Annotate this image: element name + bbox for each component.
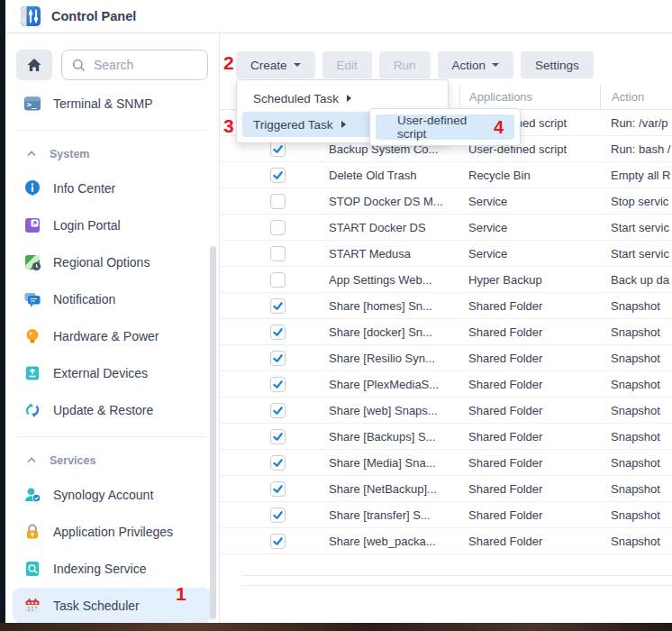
task-name-cell: Delete Old Trash bbox=[286, 169, 459, 182]
row-checkbox-cell bbox=[220, 403, 286, 418]
menu-item-label: User-defined script bbox=[397, 114, 487, 141]
table-row: Share [docker] Sn...Shared FolderSnapsho… bbox=[220, 319, 672, 345]
menu-item-scheduled-task[interactable]: Scheduled Task bbox=[242, 86, 442, 111]
create-button[interactable]: Create bbox=[236, 51, 315, 78]
row-checkbox[interactable] bbox=[270, 220, 286, 235]
button-label: Edit bbox=[337, 59, 358, 72]
task-name-cell: Share [NetBackup]... bbox=[286, 482, 459, 496]
row-checkbox[interactable] bbox=[270, 246, 286, 261]
header-action[interactable]: Action bbox=[600, 85, 672, 109]
task-name-cell: Share [homes] Sn... bbox=[286, 299, 459, 313]
run-button[interactable]: Run bbox=[379, 51, 431, 78]
home-button[interactable] bbox=[16, 50, 52, 80]
annotation-4: 4 bbox=[494, 118, 504, 136]
task-name-cell: App Settings Web... bbox=[286, 273, 459, 287]
sidebar-item-login-portal[interactable]: Login Portal bbox=[13, 207, 212, 243]
home-icon bbox=[25, 56, 43, 74]
sidebar-item-label: Indexing Service bbox=[53, 562, 147, 576]
menu-item-label: Triggered Task bbox=[253, 118, 333, 132]
search-box[interactable] bbox=[61, 50, 208, 80]
sidebar-item-label: Application Privileges bbox=[53, 525, 173, 539]
row-checkbox[interactable] bbox=[270, 351, 286, 366]
row-checkbox[interactable] bbox=[270, 272, 286, 288]
sidebar-item-terminal-snmp[interactable]: >_Terminal & SNMP bbox=[13, 86, 212, 122]
section-header-system[interactable]: System bbox=[5, 139, 219, 169]
row-checkbox[interactable] bbox=[270, 534, 286, 549]
action-cell: Back up da bbox=[600, 273, 672, 287]
sidebar-item-label: Synology Account bbox=[53, 488, 153, 502]
row-checkbox[interactable] bbox=[270, 377, 286, 392]
row-checkbox[interactable] bbox=[270, 194, 286, 209]
edit-button[interactable]: Edit bbox=[322, 51, 372, 78]
section-header-services[interactable]: Services bbox=[5, 445, 219, 476]
table-row: Share [transfer] S...Shared FolderSnapsh… bbox=[220, 502, 672, 528]
row-checkbox-cell bbox=[220, 534, 286, 549]
action-button[interactable]: Action bbox=[438, 51, 514, 78]
task-name-cell: Share [PlexMediaS... bbox=[286, 378, 459, 391]
control-panel-window: Control Panel >_Terminal & SNMPSystemInf… bbox=[5, 0, 672, 625]
row-checkbox[interactable] bbox=[270, 298, 286, 314]
button-label: Run bbox=[394, 59, 416, 72]
menu-item-user-defined-script[interactable]: User-defined script4 bbox=[376, 114, 514, 140]
sidebar-item-notification[interactable]: Notification bbox=[13, 281, 212, 317]
row-checkbox[interactable] bbox=[270, 325, 286, 340]
application-cell: Shared Folder bbox=[459, 535, 600, 548]
action-cell: Snapshot bbox=[600, 482, 672, 496]
sidebar-nav: >_Terminal & SNMPSystemInfo CenterLogin … bbox=[5, 86, 219, 624]
row-checkbox[interactable] bbox=[270, 481, 286, 497]
row-checkbox[interactable] bbox=[270, 403, 286, 418]
table-body: User-defined scriptRun: /var/pBackup Sys… bbox=[220, 110, 672, 554]
task-name-cell: STOP Docker DS M... bbox=[286, 195, 459, 208]
settings-button[interactable]: Settings bbox=[521, 51, 594, 78]
empty-row-divider bbox=[241, 575, 672, 576]
row-checkbox-cell bbox=[220, 455, 286, 471]
button-label: Settings bbox=[535, 59, 579, 72]
application-cell: Service bbox=[459, 195, 600, 208]
header-applications[interactable]: Applications bbox=[459, 85, 600, 109]
sidebar-divider bbox=[18, 436, 206, 437]
task-table: Applications Action User-defined scriptR… bbox=[220, 85, 672, 554]
sidebar-item-external-devices[interactable]: External Devices bbox=[13, 355, 212, 391]
sidebar-item-regional-options[interactable]: Regional Options bbox=[13, 244, 212, 280]
action-cell: Snapshot bbox=[600, 456, 672, 470]
button-label: Action bbox=[452, 59, 486, 72]
sidebar-item-hardware-power[interactable]: Hardware & Power bbox=[13, 318, 212, 354]
action-cell: Stop servic bbox=[600, 195, 672, 208]
sidebar-item-label: External Devices bbox=[53, 366, 148, 380]
titlebar: Control Panel bbox=[5, 0, 672, 33]
search-input[interactable] bbox=[94, 58, 198, 72]
table-row: Share [PlexMediaS...Shared FolderSnapsho… bbox=[220, 371, 672, 398]
row-checkbox[interactable] bbox=[270, 168, 286, 183]
sidebar-item-application-privileges[interactable]: Application Privileges bbox=[13, 514, 212, 550]
annotation-1: 1 bbox=[176, 584, 186, 603]
table-row: Share [Media] Sna...Shared FolderSnapsho… bbox=[220, 450, 672, 476]
application-cell: Shared Folder bbox=[459, 482, 600, 496]
section-label: Services bbox=[50, 454, 95, 467]
annotation-3: 3 bbox=[223, 116, 234, 135]
row-checkbox-cell bbox=[220, 298, 286, 314]
application-cell: Recycle Bin bbox=[459, 169, 600, 182]
sidebar-scrollbar[interactable] bbox=[210, 246, 216, 619]
sidebar-item-info-center[interactable]: Info Center bbox=[13, 170, 212, 206]
row-checkbox[interactable] bbox=[270, 429, 286, 444]
task-name-cell: Share [transfer] S... bbox=[286, 508, 459, 522]
row-checkbox[interactable] bbox=[270, 455, 286, 471]
external-devices-icon bbox=[23, 364, 41, 382]
sidebar-item-synology-account[interactable]: Synology Account bbox=[13, 477, 212, 513]
row-checkbox-cell bbox=[220, 377, 286, 392]
sidebar-item-label: Regional Options bbox=[53, 255, 150, 270]
sidebar-item-label: Terminal & SNMP bbox=[53, 96, 152, 111]
row-checkbox-cell bbox=[220, 246, 286, 261]
sidebar-item-update-restore[interactable]: Update & Restore bbox=[13, 392, 212, 428]
row-checkbox[interactable] bbox=[270, 508, 286, 523]
application-cell: Shared Folder bbox=[459, 508, 600, 522]
indexing-service-icon bbox=[23, 560, 41, 578]
table-row: START Docker DSServiceStart servic bbox=[220, 215, 672, 241]
desktop-background bbox=[0, 623, 672, 631]
empty-row-divider bbox=[241, 585, 672, 586]
sidebar-item-indexing-service[interactable]: Indexing Service bbox=[13, 551, 212, 587]
chevron-up-icon bbox=[26, 455, 37, 466]
row-checkbox[interactable] bbox=[270, 142, 286, 157]
task-name-cell: Share [web_packa... bbox=[286, 535, 459, 548]
chevron-up-icon bbox=[26, 149, 37, 160]
